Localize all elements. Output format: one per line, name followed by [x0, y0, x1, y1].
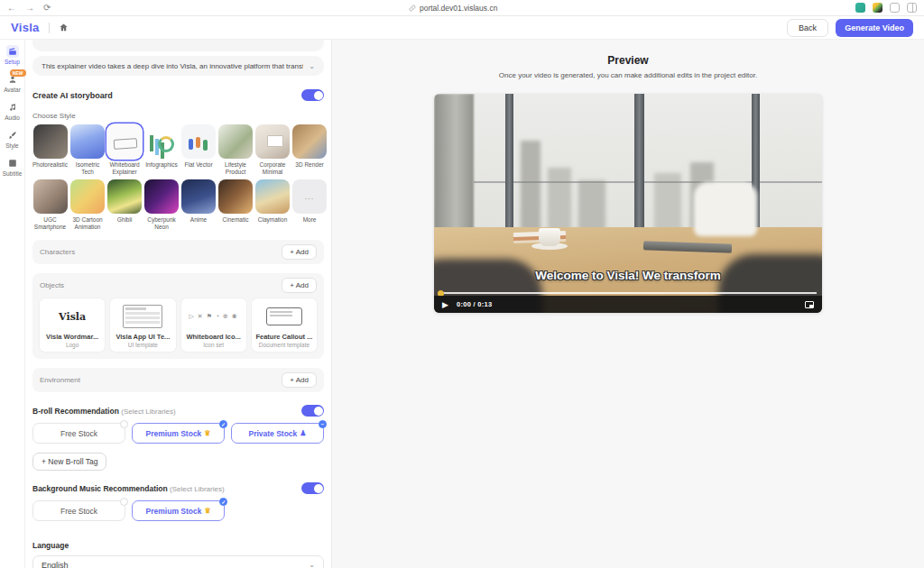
person-lock-icon: ♟ — [300, 429, 306, 437]
object-card-icon-set[interactable]: ▷ ✕ ⚑ ◔ ⊕ ❀ Whiteboard Ico... Icon set — [181, 298, 246, 352]
video-caption: Welcome to Visla! We transform — [434, 269, 822, 282]
broll-free-stock-button[interactable]: Free Stock — [32, 423, 125, 444]
style-3d-render[interactable]: 3D Render — [292, 124, 327, 176]
sidebar-item-label: Subtitle — [3, 170, 23, 177]
environment-label: Environment — [40, 376, 80, 384]
selected-check-badge: ✓ — [219, 420, 227, 428]
add-environment-button[interactable]: + Add — [282, 372, 317, 388]
back-button[interactable]: Back — [787, 19, 828, 37]
choose-style-label: Choose Style — [32, 112, 324, 120]
style-thumb — [292, 124, 327, 159]
new-broll-tag-button[interactable]: + New B-roll Tag — [32, 453, 106, 471]
generate-video-button[interactable]: Generate Video — [836, 19, 913, 37]
broll-premium-stock-button[interactable]: Premium Stock♛ ✓ — [132, 423, 225, 444]
video-summary-collapsed[interactable]: This explainer video takes a deep dive i… — [32, 56, 324, 76]
link-icon — [409, 5, 416, 12]
preview-panel: Preview Once your video is generated, yo… — [332, 40, 924, 568]
music-label: Background Music Recommendation — [32, 484, 168, 493]
scrolled-field-partial — [32, 40, 324, 51]
callout-preview — [266, 307, 302, 325]
music-toggle[interactable] — [301, 482, 324, 494]
style-corporate-minimal[interactable]: Corporate Minimal — [255, 124, 290, 176]
progress-bar[interactable] — [439, 292, 817, 294]
sidebar-item-label: Audio — [5, 115, 20, 121]
split-view-icon[interactable] — [907, 3, 917, 13]
play-button[interactable]: ▶ — [442, 300, 448, 309]
fullscreen-button[interactable] — [805, 301, 814, 308]
object-card-wordmark[interactable]: Visla Visla Wordmar... Logo — [40, 298, 105, 352]
style-3d-cartoon[interactable]: 3D Cartoon Animation — [70, 179, 105, 231]
extension-icon[interactable] — [855, 3, 865, 13]
side-nav: Setup NEW Avatar Audio Style Subtitle — [0, 40, 25, 568]
style-lifestyle-product[interactable]: Lifestyle Product — [218, 124, 253, 176]
address-bar[interactable]: portal.dev01.vislaus.cn — [409, 4, 497, 13]
style-infographics[interactable]: Infographics — [144, 124, 179, 176]
style-thumb — [144, 124, 179, 159]
selected-check-badge: ✓ — [219, 498, 227, 506]
unselected-radio — [120, 420, 128, 428]
objects-label: Objects — [40, 281, 64, 289]
style-thumb — [255, 179, 290, 214]
style-flat-vector[interactable]: Flat Vector — [181, 124, 216, 176]
broll-label: B-roll Recommendation — [32, 407, 119, 416]
home-icon[interactable] — [59, 23, 69, 32]
crown-icon: ♛ — [204, 429, 210, 437]
unselected-radio — [120, 498, 128, 506]
broll-private-stock-button[interactable]: Private Stock♟ − — [231, 423, 324, 444]
object-card-ui-template[interactable]: Visla App UI Te... UI template — [110, 298, 175, 352]
browser-forward-icon[interactable]: → — [25, 3, 34, 13]
broll-toggle[interactable] — [301, 405, 324, 417]
style-cinematic[interactable]: Cinematic — [218, 179, 253, 231]
environment-section: Environment + Add — [32, 368, 324, 392]
style-thumb — [70, 179, 105, 214]
add-character-button[interactable]: + Add — [282, 244, 317, 260]
style-ghibli[interactable]: Ghibli — [107, 179, 142, 231]
subtitle-icon — [6, 157, 19, 169]
sidebar-item-audio[interactable]: Audio — [0, 101, 25, 121]
music-hint: (Select Libraries) — [170, 485, 224, 493]
video-controls: ▶ 0:00 / 0:13 — [434, 296, 822, 313]
sidebar-item-subtitle[interactable]: Subtitle — [0, 157, 25, 177]
setup-form-panel: This explainer video takes a deep dive i… — [25, 40, 332, 568]
object-card-feature-callout[interactable]: Feature Callout ... Document template — [252, 298, 317, 352]
music-free-stock-button[interactable]: Free Stock — [32, 500, 125, 521]
crown-icon: ♛ — [205, 507, 211, 515]
music-premium-stock-button[interactable]: Premium Stock♛ ✓ — [132, 500, 225, 521]
browser-chrome: ← → ⟳ portal.dev01.vislaus.cn — [0, 0, 924, 16]
style-ugc-smartphone[interactable]: UGC Smartphone — [32, 179, 68, 231]
style-more[interactable]: ...More — [292, 179, 327, 231]
browser-reload-icon[interactable]: ⟳ — [43, 3, 51, 13]
sidebar-item-style[interactable]: Style — [0, 129, 25, 149]
setup-icon — [6, 45, 19, 58]
style-claymation[interactable]: Claymation — [255, 179, 290, 231]
style-thumb — [181, 179, 216, 214]
style-thumb — [144, 179, 179, 214]
partial-dash-badge: − — [319, 420, 327, 428]
video-player[interactable]: Welcome to Visla! We transform ▶ 0:00 / … — [434, 94, 822, 313]
style-brush-icon — [6, 129, 19, 142]
sidebar-item-avatar[interactable]: NEW Avatar — [0, 73, 25, 93]
style-cyberpunk-neon[interactable]: Cyberpunk Neon — [144, 179, 179, 231]
style-isometric-tech[interactable]: Isometric Tech — [70, 124, 105, 176]
style-thumb — [107, 179, 142, 214]
language-select[interactable]: English ⌄ — [32, 555, 324, 568]
extension-icon[interactable] — [873, 3, 882, 13]
url-text: portal.dev01.vislaus.cn — [420, 4, 497, 13]
sidebar-item-setup[interactable]: Setup — [0, 45, 25, 65]
style-whiteboard-explainer[interactable]: Whiteboard Explainer — [107, 124, 142, 176]
style-thumb — [33, 179, 68, 214]
browser-panel-icon[interactable] — [890, 3, 900, 13]
style-anime[interactable]: Anime — [181, 179, 216, 231]
coffee-cup — [539, 228, 560, 246]
storyboard-toggle[interactable] — [301, 89, 324, 101]
browser-back-icon[interactable]: ← — [7, 3, 16, 13]
objects-section: Objects + Add Visla Visla Wordmar... Log… — [32, 273, 324, 359]
time-display: 0:00 / 0:13 — [457, 300, 493, 308]
style-photorealistic[interactable]: Photorealistic — [32, 124, 68, 176]
visla-logo[interactable]: Visla — [11, 21, 40, 34]
style-thumb — [255, 124, 290, 159]
chevron-down-icon: ⌄ — [309, 62, 315, 70]
add-object-button[interactable]: + Add — [282, 278, 317, 293]
concrete-pillar — [434, 94, 474, 247]
preview-title: Preview — [332, 54, 924, 67]
